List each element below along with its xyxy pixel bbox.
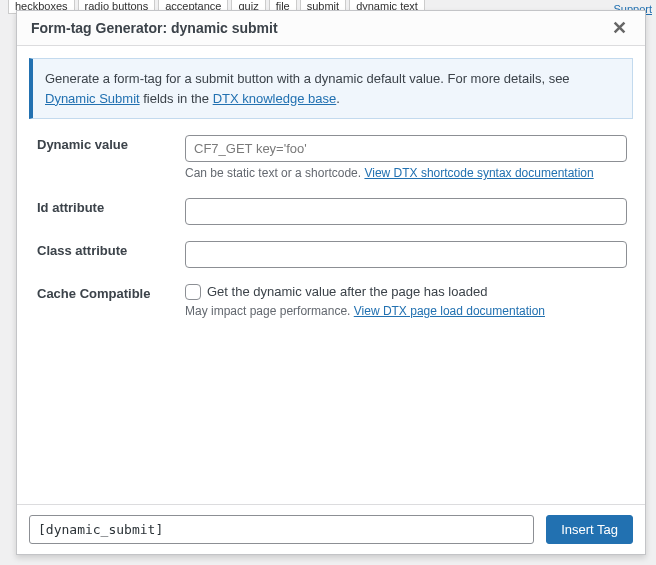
insert-tag-button[interactable]: Insert Tag bbox=[546, 515, 633, 544]
generated-tag-input[interactable] bbox=[29, 515, 534, 544]
modal-header: Form-tag Generator: dynamic submit ✕ bbox=[17, 11, 645, 46]
modal-footer: Insert Tag bbox=[17, 504, 645, 554]
help-text: May impact page performance. bbox=[185, 304, 354, 318]
modal-body: Generate a form-tag for a submit button … bbox=[17, 46, 645, 504]
dynamic-value-label: Dynamic value bbox=[29, 127, 179, 190]
class-attribute-label: Class attribute bbox=[29, 233, 179, 276]
info-notice: Generate a form-tag for a submit button … bbox=[29, 58, 633, 119]
cache-compatible-label: Cache Compatible bbox=[29, 276, 179, 328]
class-attribute-input[interactable] bbox=[185, 241, 627, 268]
shortcode-syntax-link[interactable]: View DTX shortcode syntax documentation bbox=[364, 166, 593, 180]
notice-text: fields in the bbox=[140, 91, 213, 106]
page-load-doc-link[interactable]: View DTX page load documentation bbox=[354, 304, 545, 318]
form-fields-table: Dynamic value Can be static text or a sh… bbox=[29, 127, 633, 328]
dynamic-value-input[interactable] bbox=[185, 135, 627, 162]
id-attribute-input[interactable] bbox=[185, 198, 627, 225]
dtx-knowledge-base-link[interactable]: DTX knowledge base bbox=[213, 91, 337, 106]
cache-compatible-checkbox[interactable] bbox=[185, 284, 201, 300]
help-text: Can be static text or a shortcode. bbox=[185, 166, 364, 180]
notice-text: Generate a form-tag for a submit button … bbox=[45, 71, 570, 86]
dynamic-submit-link[interactable]: Dynamic Submit bbox=[45, 91, 140, 106]
cache-checkbox-label: Get the dynamic value after the page has… bbox=[207, 284, 487, 299]
notice-text: . bbox=[336, 91, 340, 106]
close-icon[interactable]: ✕ bbox=[608, 19, 631, 37]
cache-help: May impact page performance. View DTX pa… bbox=[185, 303, 627, 320]
modal-title: Form-tag Generator: dynamic submit bbox=[31, 20, 278, 36]
dynamic-value-help: Can be static text or a shortcode. View … bbox=[185, 165, 627, 182]
form-tag-generator-modal: Form-tag Generator: dynamic submit ✕ Gen… bbox=[16, 10, 646, 555]
id-attribute-label: Id attribute bbox=[29, 190, 179, 233]
